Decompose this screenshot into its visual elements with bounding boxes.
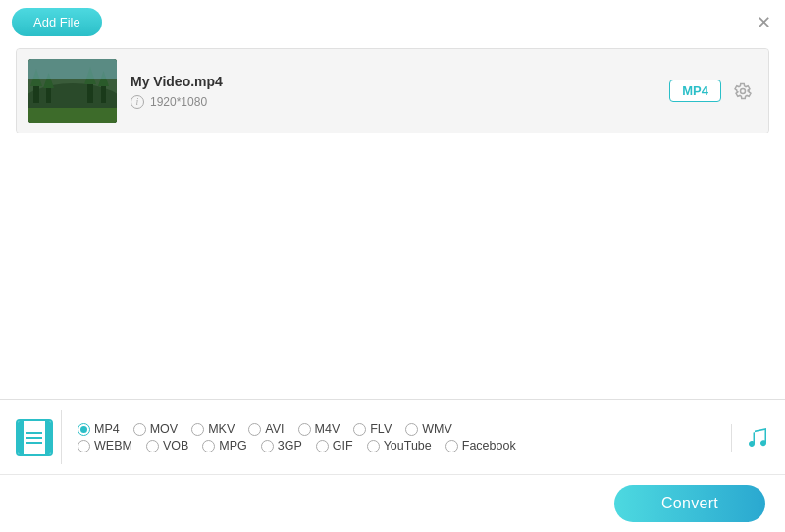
format-label-gif: GIF xyxy=(333,439,353,452)
radio-flv xyxy=(353,423,366,436)
format-label-mp4: MP4 xyxy=(94,422,120,436)
format-option-mpg[interactable]: MPG xyxy=(202,439,246,452)
radio-avi xyxy=(248,423,261,436)
format-option-gif[interactable]: GIF xyxy=(316,439,353,452)
radio-mkv xyxy=(191,423,204,436)
format-option-wmv[interactable]: WMV xyxy=(405,422,452,436)
format-label-vob: VOB xyxy=(163,439,188,452)
radio-mov xyxy=(133,423,146,436)
format-option-3gp[interactable]: 3GP xyxy=(261,439,302,452)
format-row-1: MP4MOVMKVAVIM4VFLVWMV xyxy=(78,422,723,436)
file-item: My Video.mp4 i 1920*1080 MP4 xyxy=(17,49,768,133)
radio-wmv xyxy=(405,423,418,436)
format-option-flv[interactable]: FLV xyxy=(353,422,392,436)
format-option-m4v[interactable]: M4V xyxy=(298,422,340,436)
format-option-webm[interactable]: WEBM xyxy=(78,439,132,452)
format-badge[interactable]: MP4 xyxy=(669,80,721,102)
format-label-mpg: MPG xyxy=(219,439,246,452)
format-label-m4v: M4V xyxy=(315,422,340,436)
format-label-avi: AVI xyxy=(265,422,284,436)
format-label-mov: MOV xyxy=(150,422,178,436)
format-option-mov[interactable]: MOV xyxy=(133,422,178,436)
file-actions: MP4 xyxy=(669,78,757,105)
format-label-wmv: WMV xyxy=(422,422,452,436)
settings-button[interactable] xyxy=(729,78,757,105)
film-strip-icon xyxy=(16,419,53,456)
title-bar: Add File ✕ xyxy=(0,0,785,44)
svg-rect-11 xyxy=(28,108,117,123)
svg-rect-8 xyxy=(101,84,106,103)
format-option-youtube[interactable]: YouTube xyxy=(367,439,432,452)
format-option-avi[interactable]: AVI xyxy=(248,422,284,436)
add-file-button[interactable]: Add File xyxy=(12,8,102,36)
radio-m4v xyxy=(298,423,311,436)
file-resolution: 1920*1080 xyxy=(150,95,207,109)
format-option-mp4[interactable]: MP4 xyxy=(78,422,120,436)
format-option-mkv[interactable]: MKV xyxy=(191,422,235,436)
radio-youtube xyxy=(367,440,380,452)
convert-row: Convert xyxy=(0,475,785,532)
radio-mp4 xyxy=(78,423,90,436)
format-option-vob[interactable]: VOB xyxy=(146,439,188,452)
file-thumbnail xyxy=(28,59,117,123)
radio-gif xyxy=(316,440,329,452)
radio-3gp xyxy=(261,440,274,452)
format-options: MP4MOVMKVAVIM4VFLVWMV WEBMVOBMPG3GPGIFYo… xyxy=(70,419,731,455)
file-list-area: My Video.mp4 i 1920*1080 MP4 xyxy=(16,48,769,133)
format-selector: MP4MOVMKVAVIM4VFLVWMV WEBMVOBMPG3GPGIFYo… xyxy=(0,400,785,475)
radio-vob xyxy=(146,440,159,452)
format-label-3gp: 3GP xyxy=(278,439,302,452)
info-icon: i xyxy=(131,95,144,109)
file-meta: i 1920*1080 xyxy=(131,95,669,109)
file-name: My Video.mp4 xyxy=(131,74,669,89)
format-option-facebook[interactable]: Facebook xyxy=(445,439,516,452)
content-area xyxy=(0,133,785,428)
format-label-mkv: MKV xyxy=(208,422,235,436)
video-format-icon[interactable] xyxy=(8,410,62,464)
format-label-youtube: YouTube xyxy=(384,439,432,452)
file-info: My Video.mp4 i 1920*1080 xyxy=(131,74,669,109)
close-button[interactable]: ✕ xyxy=(754,13,773,32)
svg-rect-10 xyxy=(28,59,117,79)
radio-mpg xyxy=(202,440,215,452)
audio-format-icon[interactable] xyxy=(731,424,785,452)
format-label-facebook: Facebook xyxy=(462,439,516,452)
convert-button[interactable]: Convert xyxy=(614,485,765,522)
radio-facebook xyxy=(445,440,458,452)
bottom-panel: MP4MOVMKVAVIM4VFLVWMV WEBMVOBMPG3GPGIFYo… xyxy=(0,399,785,532)
format-row-2: WEBMVOBMPG3GPGIFYouTubeFacebook xyxy=(78,439,723,452)
svg-rect-4 xyxy=(46,86,51,103)
format-label-webm: WEBM xyxy=(94,439,132,452)
radio-webm xyxy=(78,440,90,452)
format-label-flv: FLV xyxy=(370,422,392,436)
